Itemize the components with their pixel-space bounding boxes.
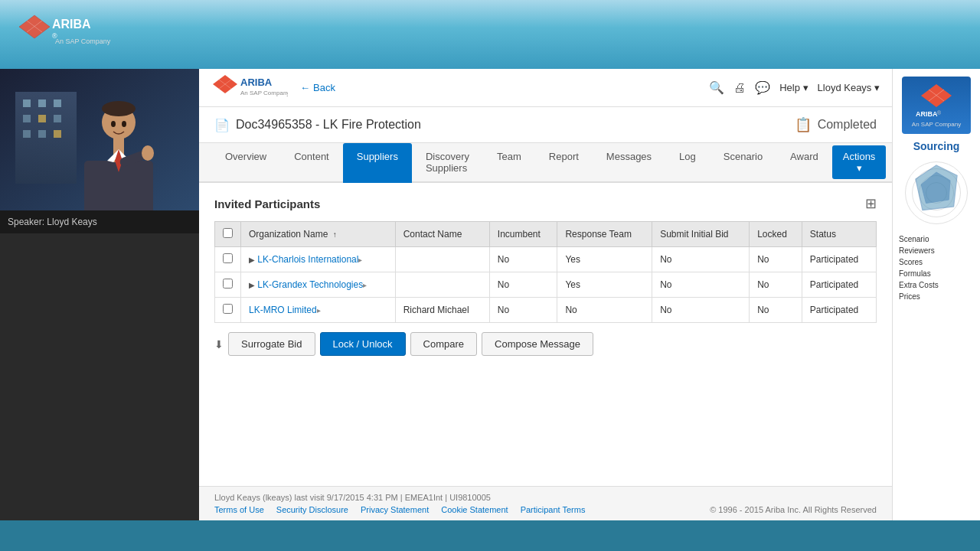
svg-rect-17 bbox=[54, 130, 61, 138]
section-header: Invited Participants ⊞ bbox=[214, 195, 877, 212]
session-info: Lloyd Keays (lkeays) last visit 9/17/201… bbox=[214, 493, 585, 502]
row2-org-name: ▶ LK-Grandex Technologies▸ bbox=[241, 272, 396, 298]
user-button[interactable]: Lloyd Keays ▾ bbox=[818, 82, 880, 93]
svg-point-19 bbox=[102, 101, 136, 116]
compare-button[interactable]: Compare bbox=[410, 332, 477, 356]
header-icons: 🔍 🖨 💬 Help ▾ Lloyd Keays ▾ bbox=[709, 80, 880, 95]
tab-team[interactable]: Team bbox=[483, 143, 535, 183]
tab-overview[interactable]: Overview bbox=[211, 143, 280, 183]
tab-scenario[interactable]: Scenario bbox=[710, 143, 776, 183]
action-buttons-row: ⬇ Surrogate Bid Lock / Unlock Compare Co… bbox=[214, 332, 877, 356]
legend-formulas[interactable]: Formulas bbox=[896, 268, 977, 279]
row3-status: Participated bbox=[802, 298, 876, 323]
header-incumbent: Incumbent bbox=[489, 222, 557, 247]
row3-checkbox-cell bbox=[215, 298, 241, 323]
svg-point-24 bbox=[111, 121, 116, 127]
row2-locked: No bbox=[750, 272, 802, 298]
svg-text:An SAP Company: An SAP Company bbox=[240, 90, 288, 96]
header-locked: Locked bbox=[750, 222, 802, 247]
search-icon[interactable]: 🔍 bbox=[709, 80, 724, 95]
legend-extra-costs[interactable]: Extra Costs bbox=[896, 279, 977, 291]
row2-contact-name bbox=[395, 272, 489, 298]
main-layout: Speaker: Lloyd Keays ARIBA An SAP Compan… bbox=[0, 69, 980, 520]
tab-discovery-suppliers[interactable]: Discovery Suppliers bbox=[412, 143, 483, 183]
legend-reviewers[interactable]: Reviewers bbox=[896, 245, 977, 256]
header-status: Status bbox=[802, 222, 876, 247]
tab-content[interactable]: Content bbox=[280, 143, 343, 183]
row3-checkbox[interactable] bbox=[223, 304, 233, 314]
svg-point-25 bbox=[122, 121, 126, 127]
header-response-team: Response Team bbox=[557, 222, 652, 247]
ariba-logo-small: ARIBA An SAP Company bbox=[211, 73, 288, 103]
security-disclosure-link[interactable]: Security Disclosure bbox=[276, 505, 348, 514]
svg-rect-13 bbox=[38, 115, 46, 122]
app-header: ARIBA An SAP Company ← Back 🔍 🖨 💬 Help ▾… bbox=[199, 69, 892, 107]
privacy-statement-link[interactable]: Privacy Statement bbox=[361, 505, 429, 514]
tab-suppliers[interactable]: Suppliers bbox=[343, 143, 412, 183]
lock-unlock-button[interactable]: Lock / Unlock bbox=[320, 332, 406, 356]
tab-award[interactable]: Award bbox=[776, 143, 832, 183]
table-row: LK-MRO Limited▸ Richard Michael No No No… bbox=[215, 298, 877, 323]
back-button[interactable]: ← Back bbox=[300, 82, 335, 93]
row1-org-link[interactable]: LK-Charlois International bbox=[257, 254, 358, 265]
document-icon: 📄 bbox=[214, 118, 230, 132]
legend-items: Scenario Reviewers Scores Formulas Extra… bbox=[893, 233, 980, 302]
participants-table: Organization Name ↑ Contact Name Incumbe… bbox=[214, 221, 877, 323]
row1-locked: No bbox=[750, 247, 802, 272]
chat-icon[interactable]: 💬 bbox=[755, 80, 770, 95]
radar-chart bbox=[902, 158, 971, 227]
row2-expand-btn[interactable]: ▶ bbox=[249, 281, 255, 289]
table-header-row: Organization Name ↑ Contact Name Incumbe… bbox=[215, 222, 877, 247]
select-all-checkbox[interactable] bbox=[223, 228, 233, 238]
svg-marker-33 bbox=[921, 84, 952, 107]
row3-contact-name: Richard Michael bbox=[395, 298, 489, 323]
print-icon[interactable]: 🖨 bbox=[733, 81, 746, 95]
download-icon[interactable]: ⬇ bbox=[214, 338, 224, 350]
row2-org-link[interactable]: LK-Grandex Technologies bbox=[257, 279, 363, 290]
tabs-list: Overview Content Suppliers Discovery Sup… bbox=[211, 143, 832, 181]
actions-button[interactable]: Actions ▾ bbox=[832, 145, 887, 179]
row1-submit-initial-bid: No bbox=[652, 247, 750, 272]
page-title: Doc34965358 - LK Fire Protection bbox=[236, 118, 421, 132]
row1-checkbox[interactable] bbox=[223, 253, 233, 263]
row1-expand-btn[interactable]: ▶ bbox=[249, 256, 255, 264]
row3-org-link[interactable]: LK-MRO Limited bbox=[249, 305, 317, 315]
top-logo: ARIBA ® An SAP Company bbox=[15, 11, 115, 57]
terms-of-use-link[interactable]: Terms of Use bbox=[214, 505, 264, 514]
compose-message-button[interactable]: Compose Message bbox=[482, 332, 593, 356]
svg-rect-10 bbox=[38, 99, 46, 107]
legend-scenario[interactable]: Scenario bbox=[896, 233, 977, 245]
help-button[interactable]: Help ▾ bbox=[779, 82, 808, 93]
svg-rect-11 bbox=[54, 99, 61, 107]
tab-messages[interactable]: Messages bbox=[593, 143, 665, 183]
row1-response-team: Yes bbox=[557, 247, 652, 272]
status-area: 📋 Completed bbox=[795, 116, 877, 133]
legend-prices[interactable]: Prices bbox=[896, 291, 977, 302]
tabs-bar: Overview Content Suppliers Discovery Sup… bbox=[199, 143, 892, 183]
ariba-logo-right: ARIBA ® An SAP Company bbox=[902, 77, 971, 134]
right-panel: ARIBA ® An SAP Company Sourcing Scenario… bbox=[892, 69, 980, 520]
tab-report[interactable]: Report bbox=[535, 143, 593, 183]
svg-rect-16 bbox=[38, 130, 46, 138]
grid-view-icon[interactable]: ⊞ bbox=[865, 195, 877, 212]
row1-status: Participated bbox=[802, 247, 876, 272]
video-area bbox=[0, 69, 199, 210]
svg-rect-14 bbox=[54, 115, 61, 122]
back-arrow-icon: ← bbox=[300, 82, 310, 93]
copyright: © 1996 - 2015 Ariba Inc. All Rights Rese… bbox=[710, 505, 877, 514]
row2-incumbent: No bbox=[489, 272, 557, 298]
ariba-logo-top: ARIBA ® An SAP Company bbox=[15, 11, 115, 57]
content-area: Invited Participants ⊞ Organization Name… bbox=[199, 183, 892, 486]
surrogate-bid-button[interactable]: Surrogate Bid bbox=[228, 332, 315, 356]
tab-log[interactable]: Log bbox=[665, 143, 710, 183]
row2-checkbox[interactable] bbox=[223, 279, 233, 289]
svg-rect-15 bbox=[23, 130, 31, 138]
center-content: ARIBA An SAP Company ← Back 🔍 🖨 💬 Help ▾… bbox=[199, 69, 892, 520]
row3-org-name: LK-MRO Limited▸ bbox=[241, 298, 396, 323]
status-text: Completed bbox=[818, 118, 877, 132]
cookie-statement-link[interactable]: Cookie Statement bbox=[441, 505, 508, 514]
svg-rect-9 bbox=[23, 99, 31, 107]
legend-scores[interactable]: Scores bbox=[896, 256, 977, 268]
sourcing-label: Sourcing bbox=[913, 140, 960, 152]
participant-terms-link[interactable]: Participant Terms bbox=[521, 505, 586, 514]
